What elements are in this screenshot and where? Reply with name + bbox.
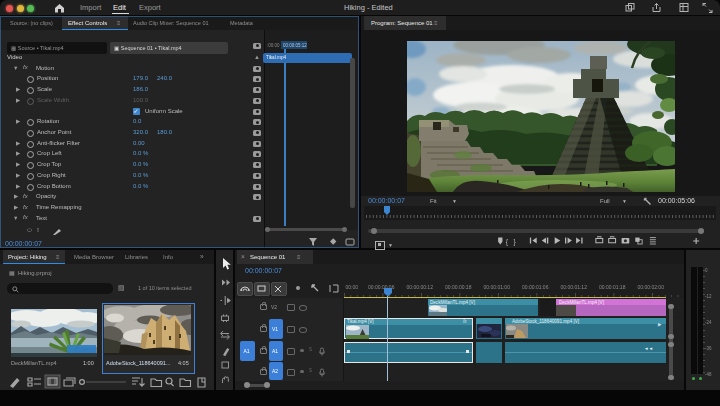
- svg-text:}: }: [514, 238, 517, 246]
- svg-text:{: {: [506, 238, 509, 246]
